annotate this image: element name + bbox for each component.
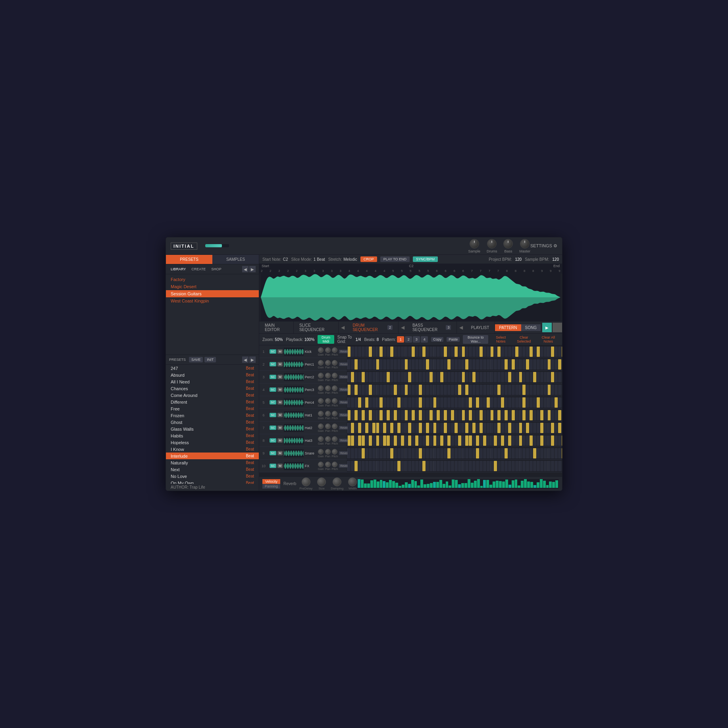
drum-cell[interactable] — [451, 461, 454, 471]
drum-cell[interactable] — [547, 397, 551, 408]
drum-cell[interactable] — [519, 347, 522, 357]
drum-cell[interactable] — [351, 397, 354, 408]
drum-cell[interactable] — [437, 397, 440, 408]
drum-cell[interactable] — [519, 385, 522, 395]
drum-cell[interactable] — [426, 410, 429, 420]
drum-cell[interactable] — [426, 461, 429, 471]
drum-cell[interactable] — [379, 385, 383, 395]
library-item[interactable]: Magic Desert — [166, 283, 259, 290]
drum-cell[interactable] — [369, 359, 372, 370]
drum-cell[interactable] — [547, 423, 551, 433]
drum-cell[interactable] — [387, 372, 390, 382]
drum-cell[interactable] — [547, 448, 551, 458]
drum-cell[interactable] — [458, 435, 461, 446]
drum-cell[interactable] — [469, 359, 472, 370]
drum-cell[interactable] — [476, 448, 479, 458]
drum-cell[interactable] — [458, 461, 461, 471]
drum-cell[interactable] — [480, 461, 483, 471]
drum-cell[interactable] — [501, 359, 504, 370]
drum-cell[interactable] — [562, 385, 562, 395]
drum-cell[interactable] — [347, 347, 351, 357]
drum-cell[interactable] — [455, 461, 458, 471]
drum-cell[interactable] — [404, 410, 408, 420]
drum-cell[interactable] — [444, 423, 447, 433]
drum-cell[interactable] — [537, 397, 540, 408]
drum-cell[interactable] — [394, 423, 397, 433]
drum-cell[interactable] — [476, 347, 479, 357]
drum-cell[interactable] — [404, 347, 408, 357]
drum-cell[interactable] — [494, 372, 497, 382]
drum-cell[interactable] — [537, 423, 540, 433]
drum-cell[interactable] — [394, 461, 397, 471]
drum-cell[interactable] — [458, 385, 461, 395]
drum-cell[interactable] — [437, 448, 440, 458]
drum-cell[interactable] — [372, 410, 376, 420]
drum-cell[interactable] — [483, 448, 486, 458]
drum-cell[interactable] — [519, 461, 522, 471]
drum-cell[interactable] — [508, 385, 511, 395]
init-preset-button[interactable]: INIT — [204, 357, 216, 362]
drum-cell[interactable] — [372, 435, 376, 446]
drum-cell[interactable] — [397, 461, 401, 471]
library-item-selected[interactable]: Session Guitars — [166, 290, 259, 297]
sc-button[interactable]: SC — [270, 375, 276, 379]
drum-cell[interactable] — [483, 423, 486, 433]
drum-cell[interactable] — [354, 423, 358, 433]
drum-cell[interactable] — [376, 435, 379, 446]
drum-cell[interactable] — [447, 423, 451, 433]
drum-cell[interactable] — [451, 359, 454, 370]
drum-cell[interactable] — [404, 461, 408, 471]
drum-cell[interactable] — [533, 461, 536, 471]
drum-cell[interactable] — [394, 347, 397, 357]
drum-cell[interactable] — [354, 461, 358, 471]
drum-cell[interactable] — [351, 359, 354, 370]
drum-cell[interactable] — [480, 448, 483, 458]
drum-cell[interactable] — [512, 448, 515, 458]
drum-cell[interactable] — [480, 385, 483, 395]
drum-cell[interactable] — [412, 359, 415, 370]
drum-cell[interactable] — [544, 385, 547, 395]
drum-cell[interactable] — [433, 448, 436, 458]
drum-cell[interactable] — [515, 347, 518, 357]
drum-cell[interactable] — [451, 372, 454, 382]
drum-cell[interactable] — [519, 410, 522, 420]
drum-cell[interactable] — [540, 385, 543, 395]
drum-cell[interactable] — [362, 359, 365, 370]
drum-cell[interactable] — [451, 448, 454, 458]
preset-item[interactable]: Come AroundBeat — [166, 392, 259, 399]
pan-knob[interactable] — [325, 449, 331, 455]
drum-cell[interactable] — [408, 435, 411, 446]
tab-main-editor[interactable]: MAIN EDITOR — [259, 322, 294, 333]
pan-knob[interactable] — [325, 411, 331, 416]
drum-cell[interactable] — [372, 448, 376, 458]
predelay-knob[interactable] — [302, 478, 310, 486]
drum-cell[interactable] — [426, 372, 429, 382]
drum-cell[interactable] — [483, 385, 486, 395]
drum-cell[interactable] — [494, 448, 497, 458]
drum-cell[interactable] — [522, 397, 526, 408]
preset-item[interactable]: HopelessBeat — [166, 439, 259, 446]
drum-cell[interactable] — [455, 397, 458, 408]
pan-knob[interactable] — [325, 385, 331, 391]
drum-cell[interactable] — [390, 410, 393, 420]
m-button[interactable]: M — [277, 362, 283, 366]
drum-cell[interactable] — [472, 347, 476, 357]
drum-cell[interactable] — [383, 385, 386, 395]
drum-cell[interactable] — [469, 461, 472, 471]
drum-cell[interactable] — [376, 397, 379, 408]
panning-button[interactable]: Panning — [262, 484, 280, 489]
drum-cell[interactable] — [458, 397, 461, 408]
drum-cell[interactable] — [562, 461, 562, 471]
sc-button[interactable]: SC — [270, 438, 276, 443]
drum-cell[interactable] — [369, 347, 372, 357]
drum-cell[interactable] — [562, 372, 562, 382]
drum-cell[interactable] — [440, 372, 443, 382]
drum-cell[interactable] — [419, 410, 422, 420]
drum-cell[interactable] — [365, 448, 368, 458]
drum-cell[interactable] — [544, 347, 547, 357]
drum-cell[interactable] — [537, 359, 540, 370]
drum-cell[interactable] — [465, 435, 468, 446]
drum-cell[interactable] — [429, 410, 433, 420]
drum-cell[interactable] — [519, 448, 522, 458]
drum-cell[interactable] — [429, 435, 433, 446]
